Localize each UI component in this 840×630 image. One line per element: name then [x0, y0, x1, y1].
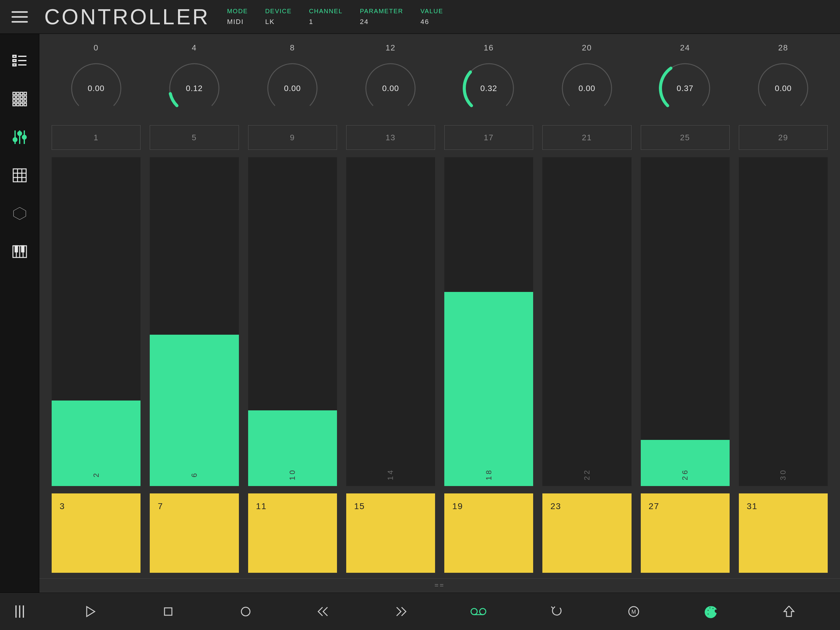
loop-button[interactable]: [469, 602, 488, 621]
play-button[interactable]: [81, 602, 100, 621]
knob[interactable]: 40.12: [150, 43, 238, 116]
svg-point-57: [707, 613, 709, 615]
pad-label: 19: [452, 502, 463, 511]
sidebar-keys[interactable]: [11, 243, 28, 260]
svg-point-50: [480, 608, 486, 615]
label-button[interactable]: 13: [346, 125, 435, 150]
fader[interactable]: 6: [150, 157, 238, 486]
svg-marker-36: [14, 207, 26, 220]
sidebar-hex[interactable]: [11, 205, 28, 222]
pad[interactable]: 19: [444, 494, 533, 573]
svg-rect-13: [13, 96, 15, 98]
label-button[interactable]: 25: [641, 125, 729, 150]
fader[interactable]: 26: [641, 157, 729, 486]
label-button[interactable]: 5: [150, 125, 238, 150]
svg-rect-9: [13, 92, 15, 95]
pad[interactable]: 15: [346, 494, 435, 573]
knob[interactable]: 120.00: [346, 43, 435, 116]
label-button[interactable]: 9: [248, 125, 337, 150]
header-parameter-label: PARAMETER: [360, 8, 403, 15]
undo-button[interactable]: [546, 602, 566, 621]
label-button[interactable]: 17: [444, 125, 533, 150]
knob[interactable]: 00.00: [52, 43, 141, 116]
svg-rect-7: [13, 64, 16, 66]
knob-id-label: 20: [582, 43, 592, 52]
knob-id-label: 24: [680, 43, 690, 52]
pad[interactable]: 31: [739, 494, 828, 573]
shift-button[interactable]: [779, 602, 799, 621]
knob-id-label: 16: [484, 43, 494, 52]
header-channel-value: 1: [309, 18, 343, 26]
knob-value: 0.00: [363, 60, 418, 116]
pad[interactable]: 27: [641, 494, 729, 573]
svg-rect-11: [20, 92, 23, 95]
svg-point-56: [712, 608, 714, 609]
stop-button[interactable]: [158, 602, 178, 621]
fader[interactable]: 10: [248, 157, 337, 486]
svg-rect-31: [13, 169, 26, 182]
svg-point-26: [13, 138, 17, 141]
record-button[interactable]: [236, 602, 256, 621]
knob[interactable]: 160.32: [444, 43, 533, 116]
label-button[interactable]: 29: [739, 125, 828, 150]
fader[interactable]: 18: [444, 157, 533, 486]
svg-point-49: [471, 608, 477, 615]
svg-rect-23: [20, 103, 23, 106]
fader-id-label: 10: [288, 469, 297, 481]
knob-id-label: 12: [385, 43, 396, 52]
rewind-button[interactable]: [313, 602, 333, 621]
svg-rect-20: [24, 100, 27, 102]
pad[interactable]: 23: [542, 494, 631, 573]
fader[interactable]: 2: [52, 157, 141, 486]
knob-value: 0.37: [657, 60, 713, 116]
knob-id-label: 4: [192, 43, 197, 52]
sidebar-clips[interactable]: [11, 52, 28, 70]
drag-handle[interactable]: ==: [39, 578, 840, 592]
knob[interactable]: 240.37: [641, 43, 729, 116]
fader[interactable]: 14: [346, 157, 435, 486]
pad[interactable]: 3: [52, 494, 141, 573]
header-device-label: DEVICE: [265, 8, 292, 15]
fader-id-label: 26: [681, 469, 689, 481]
label-button[interactable]: 1: [52, 125, 141, 150]
sidebar-matrix[interactable]: [11, 90, 28, 108]
transport-meter-icon[interactable]: [0, 593, 39, 630]
header-value-label: VALUE: [420, 8, 443, 15]
metronome-button[interactable]: M: [624, 602, 644, 621]
header-channel[interactable]: CHANNEL 1: [309, 8, 343, 26]
svg-text:M: M: [631, 609, 636, 615]
fader[interactable]: 30: [739, 157, 828, 486]
knob-id-label: 8: [290, 43, 295, 52]
fader-id-label: 6: [190, 471, 199, 477]
svg-rect-21: [13, 103, 15, 106]
knob[interactable]: 200.00: [542, 43, 631, 116]
svg-rect-47: [164, 608, 172, 615]
fader-id-label: 22: [583, 469, 591, 481]
pad-label: 3: [60, 502, 65, 511]
label-button[interactable]: 21: [542, 125, 631, 150]
forward-button[interactable]: [391, 602, 411, 621]
pad[interactable]: 7: [150, 494, 238, 573]
header-device[interactable]: DEVICE LK: [265, 8, 292, 26]
knob-value: 0.00: [69, 60, 124, 116]
sidebar-grid[interactable]: [11, 167, 28, 184]
svg-rect-12: [24, 92, 27, 95]
sidebar-sliders[interactable]: [11, 128, 28, 146]
header-channel-label: CHANNEL: [309, 8, 343, 15]
header-parameter[interactable]: PARAMETER 24: [360, 8, 403, 26]
header-value[interactable]: VALUE 46: [420, 8, 443, 26]
pad[interactable]: 11: [248, 494, 337, 573]
svg-rect-16: [24, 96, 27, 98]
svg-rect-14: [17, 96, 19, 98]
knob-value: 0.32: [461, 60, 516, 116]
fader-id-label: 14: [386, 469, 395, 481]
header-value-value: 46: [420, 18, 443, 26]
header-mode-label: MODE: [227, 8, 248, 15]
knob[interactable]: 280.00: [739, 43, 828, 116]
palette-button[interactable]: [701, 602, 721, 621]
header-mode[interactable]: MODE MIDI: [227, 8, 248, 26]
fader[interactable]: 22: [542, 157, 631, 486]
knob[interactable]: 80.00: [248, 43, 337, 116]
fader-fill: [150, 335, 238, 486]
menu-button[interactable]: [0, 0, 39, 34]
